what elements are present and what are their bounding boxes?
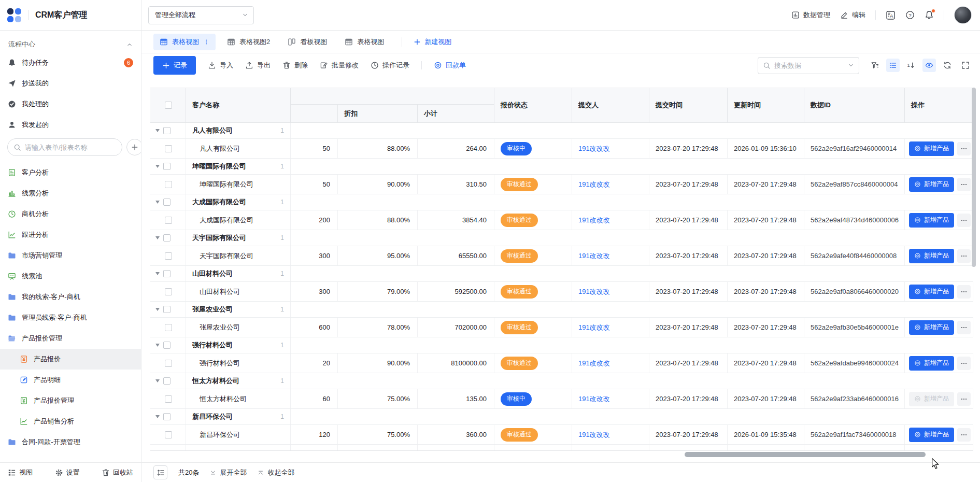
row-more-button[interactable] [957, 214, 971, 227]
sidebar-item-待办任务[interactable]: 待办任务6 [0, 52, 141, 73]
refresh-button[interactable] [941, 59, 954, 72]
col-header-status[interactable]: 报价状态 [494, 88, 572, 122]
col-header-data-id[interactable]: 数据ID [804, 88, 905, 122]
filter-button[interactable] [868, 59, 882, 72]
sidebar-item-抄送我的[interactable]: 抄送我的 [0, 73, 141, 94]
collapse-triangle-icon[interactable] [155, 201, 160, 204]
group-row[interactable]: 强行材料公司1 [150, 337, 973, 353]
collapse-triangle-icon[interactable] [155, 379, 160, 382]
col-header-submitter[interactable]: 提交人 [572, 88, 649, 122]
list-display-button[interactable] [886, 59, 900, 72]
data-search-input[interactable] [774, 62, 844, 69]
group-row[interactable]: 大成国际有限公司1 [150, 194, 973, 210]
sidebar-item-客户分析[interactable]: 客户分析 [0, 162, 141, 183]
group-row[interactable]: 天宇国际有限公司1 [150, 230, 973, 246]
sidebar-item-我发起的[interactable]: 我发起的 [0, 115, 141, 135]
row-more-button[interactable] [957, 428, 971, 442]
add-record-button[interactable]: 记录 [153, 56, 196, 75]
add-product-button[interactable]: 新增产品 [909, 356, 954, 371]
sidebar-item-产品销售分析[interactable]: 产品销售分析 [0, 411, 141, 432]
row-checkbox[interactable] [165, 360, 172, 367]
add-product-button[interactable]: 新增产品 [909, 320, 954, 335]
add-form-button[interactable] [126, 139, 141, 155]
sort-button[interactable]: 1 [904, 59, 918, 72]
sidebar-item-产品报价管理[interactable]: 产品报价管理 [0, 390, 141, 411]
col-header-submit-time[interactable]: 提交时间 [649, 88, 728, 122]
collapse-triangle-icon[interactable] [155, 165, 160, 168]
operation-log-button[interactable]: 操作记录 [371, 61, 409, 70]
tab-table-view-3[interactable]: 表格视图 [338, 34, 390, 50]
add-product-button[interactable]: 新增产品 [909, 141, 954, 156]
submitter-link[interactable]: 191改改改 [578, 144, 610, 153]
collapse-triangle-icon[interactable] [155, 415, 160, 418]
avatar[interactable] [954, 6, 972, 24]
visibility-button[interactable] [922, 59, 936, 72]
data-search-box[interactable] [758, 57, 859, 74]
row-checkbox[interactable] [165, 288, 172, 295]
new-view-button[interactable]: 新建视图 [414, 37, 451, 47]
group-checkbox[interactable] [163, 127, 171, 134]
payment-slip-button[interactable]: 回款单 [434, 61, 466, 70]
group-row[interactable]: 山田材料公司1 [150, 266, 973, 282]
collapse-triangle-icon[interactable] [155, 236, 160, 239]
translate-button[interactable]: A [886, 10, 896, 20]
sidebar-item-我处理的[interactable]: 我处理的 [0, 94, 141, 115]
sidebar-item-管理员线索-客户-商机[interactable]: 管理员线索-客户-商机 [0, 307, 141, 328]
settings-button[interactable]: 设置 [55, 468, 80, 477]
tab-kanban-view[interactable]: 看板视图 [281, 34, 333, 50]
collapse-triangle-icon[interactable] [155, 272, 160, 275]
horizontal-scrollbar[interactable] [685, 452, 926, 457]
add-product-button[interactable]: 新增产品 [909, 213, 954, 228]
delete-button[interactable]: 删除 [282, 61, 308, 70]
fullscreen-button[interactable] [959, 59, 972, 72]
data-manage-button[interactable]: 数据管理 [791, 10, 830, 20]
edit-button[interactable]: 编辑 [840, 10, 865, 20]
col-header-subtotal[interactable]: 小计 [418, 105, 494, 122]
collapse-triangle-icon[interactable] [155, 344, 160, 347]
collapse-triangle-icon[interactable] [155, 308, 160, 311]
row-more-button[interactable] [957, 357, 971, 370]
tab-table-view-1[interactable]: 表格视图 [153, 34, 216, 50]
collapse-triangle-icon[interactable] [155, 129, 160, 132]
group-checkbox[interactable] [163, 234, 171, 242]
recycle-bin-button[interactable]: 回收站 [102, 468, 133, 477]
notifications-button[interactable] [925, 10, 934, 20]
add-product-button[interactable]: 新增产品 [909, 428, 954, 442]
select-all-checkbox[interactable] [165, 102, 172, 109]
tab-table-view-2[interactable]: 表格视图2 [221, 34, 276, 50]
submitter-link[interactable]: 191改改改 [578, 323, 610, 332]
sidebar-item-合同-回款-开票管理[interactable]: 合同-回款-开票管理 [0, 432, 141, 452]
add-product-button[interactable]: 新增产品 [909, 249, 954, 263]
sidebar-item-商机分析[interactable]: 商机分析 [0, 204, 141, 224]
flow-select-dropdown[interactable]: 管理全部流程 [148, 6, 254, 24]
group-row[interactable]: 张屋农业公司1 [150, 302, 973, 318]
group-checkbox[interactable] [163, 306, 171, 313]
col-header-quantity[interactable] [291, 105, 338, 122]
sidebar-item-产品明细[interactable]: 产品明细 [0, 370, 141, 390]
chevron-up-icon[interactable] [126, 41, 133, 48]
expand-all-button[interactable]: 展开全部 [210, 468, 247, 477]
submitter-link[interactable]: 191改改改 [578, 394, 610, 404]
add-product-button[interactable]: 新增产品 [909, 177, 954, 192]
group-row[interactable]: 恒太方材料公司1 [150, 373, 973, 389]
submitter-link[interactable]: 191改改改 [578, 180, 610, 189]
sidebar-item-市场营销管理[interactable]: 市场营销管理 [0, 245, 141, 266]
sidebar-item-产品报价管理[interactable]: 产品报价管理 [0, 328, 141, 349]
col-header-update-time[interactable]: 更新时间 [728, 88, 804, 122]
col-header-discount[interactable]: 折扣 [338, 105, 418, 122]
help-button[interactable]: ? [905, 10, 915, 20]
add-product-button[interactable]: 新增产品 [909, 285, 954, 299]
row-checkbox[interactable] [165, 181, 172, 188]
sidebar-item-线索分析[interactable]: 线索分析 [0, 183, 141, 204]
sidebar-item-我的线索-客户-商机[interactable]: 我的线索-客户-商机 [0, 287, 141, 307]
row-checkbox[interactable] [165, 395, 172, 403]
group-checkbox[interactable] [163, 377, 171, 385]
submitter-link[interactable]: 191改改改 [578, 359, 610, 368]
dots-vertical-icon[interactable] [203, 39, 209, 45]
vertical-scrollbar[interactable] [972, 88, 976, 267]
group-checkbox[interactable] [163, 163, 171, 170]
row-more-button[interactable] [957, 249, 971, 263]
row-more-button[interactable] [957, 142, 971, 155]
row-more-button[interactable] [957, 321, 971, 334]
submitter-link[interactable]: 191改改改 [578, 216, 610, 225]
